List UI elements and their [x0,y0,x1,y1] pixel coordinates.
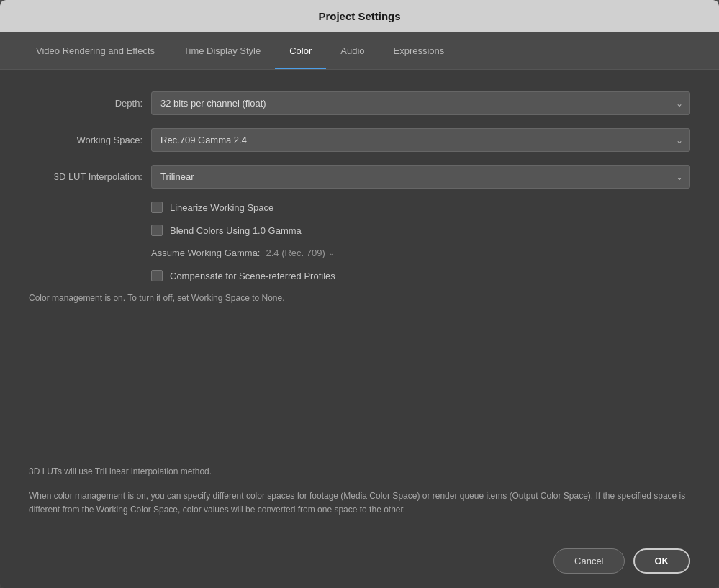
lut-select-wrapper: Trilinear Tetrahedral ⌄ [151,165,690,189]
working-space-select[interactable]: Rec.709 Gamma 2.4 None sRGB [151,128,690,152]
checkboxes-section: Linearize Working Space Blend Colors Usi… [29,202,690,281]
linearize-label: Linearize Working Space [170,202,273,213]
working-space-label: Working Space: [29,135,151,145]
tab-video-rendering[interactable]: Video Rendering and Effects [22,32,169,69]
depth-label: Depth: [29,98,151,109]
color-space-note: When color management is on, you can spe… [29,489,690,517]
ok-button[interactable]: OK [633,548,691,574]
linearize-checkbox[interactable] [151,202,163,213]
compensate-label: Compensate for Scene-referred Profiles [170,271,335,281]
trilinear-note: 3D LUTs will use TriLinear interpolation… [29,465,690,479]
assume-gamma-row: Assume Working Gamma: 2.4 (Rec. 709) ⌄ [151,248,690,258]
assume-gamma-label: Assume Working Gamma: [151,248,260,258]
working-space-select-wrapper: Rec.709 Gamma 2.4 None sRGB ⌄ [151,128,690,152]
tab-color[interactable]: Color [275,32,326,69]
tabs-bar: Video Rendering and Effects Time Display… [0,32,719,70]
tab-time-display[interactable]: Time Display Style [169,32,275,69]
cancel-button[interactable]: Cancel [553,548,624,574]
blend-label: Blend Colors Using 1.0 Gamma [170,225,302,236]
lut-row: 3D LUT Interpolation: Trilinear Tetrahed… [29,165,690,189]
title-bar: Project Settings [0,0,719,32]
linearize-row: Linearize Working Space [151,202,690,213]
compensate-checkbox[interactable] [151,270,163,281]
depth-row: Depth: 8 bits per channel 16 bits per ch… [29,91,690,115]
bottom-bar: Cancel OK [0,534,719,588]
lut-label: 3D LUT Interpolation: [29,171,151,182]
depth-select[interactable]: 8 bits per channel 16 bits per channel 3… [151,91,690,115]
working-space-row: Working Space: Rec.709 Gamma 2.4 None sR… [29,128,690,152]
tab-expressions[interactable]: Expressions [379,32,459,69]
depth-select-wrapper: 8 bits per channel 16 bits per channel 3… [151,91,690,115]
tab-audio[interactable]: Audio [326,32,379,69]
compensate-row: Compensate for Scene-referred Profiles [151,270,690,281]
assume-gamma-value: 2.4 (Rec. 709) [266,248,325,258]
main-content: Depth: 8 bits per channel 16 bits per ch… [0,70,719,588]
color-management-note: Color management is on. To turn it off, … [29,293,690,303]
project-settings-dialog: Project Settings Video Rendering and Eff… [0,0,719,588]
blend-checkbox[interactable] [151,225,163,236]
scrollable-content: Depth: 8 bits per channel 16 bits per ch… [0,70,719,465]
blend-row: Blend Colors Using 1.0 Gamma [151,225,690,236]
assume-gamma-chevron-icon: ⌄ [328,248,335,258]
lut-select[interactable]: Trilinear Tetrahedral [151,165,690,189]
bottom-descriptions: 3D LUTs will use TriLinear interpolation… [0,465,719,534]
dialog-title: Project Settings [14,10,705,22]
